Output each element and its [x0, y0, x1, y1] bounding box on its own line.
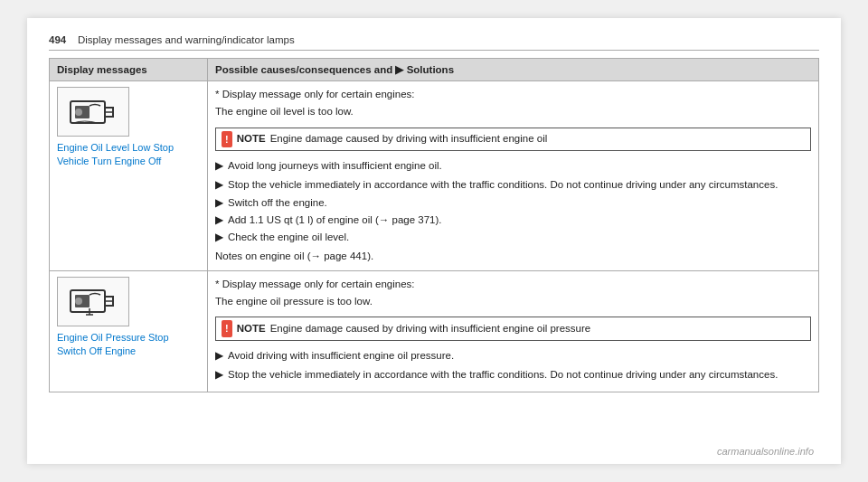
row1-message-cell: Engine Oil Level Low Stop Vehicle Turn E…	[50, 81, 208, 271]
arrow-icon: ▶	[215, 195, 223, 211]
svg-point-3	[75, 109, 82, 116]
note-icon-1: !	[222, 131, 232, 148]
arrow-icon: ▶	[215, 177, 223, 193]
page-content: 494 Display messages and warning/indicat…	[27, 18, 841, 464]
header-text: Display messages and warning/indicator l…	[78, 34, 295, 45]
row2-star-note: * Display message only for certain engin…	[215, 277, 811, 292]
col1-header: Display messages	[50, 59, 208, 81]
row2-icon-box	[57, 277, 129, 326]
row2-solutions-list: ▶ Avoid driving with insufficient engine…	[215, 348, 811, 364]
row1-solutions-cell: * Display message only for certain engin…	[208, 81, 819, 271]
main-table: Display messages Possible causes/consequ…	[49, 58, 819, 392]
sol-item: ▶ Avoid long journeys with insufficient …	[215, 158, 811, 174]
note-icon-2: !	[222, 320, 232, 337]
arrow-icon: ▶	[215, 230, 223, 245]
page-header: 494 Display messages and warning/indicat…	[49, 34, 819, 51]
row1-footer: Notes on engine oil (→ page 441).	[215, 249, 811, 264]
engine-oil-pressure-icon	[66, 283, 120, 319]
row1-note-box: ! NOTE Engine damage caused by driving w…	[215, 128, 811, 152]
row1-star-note: * Display message only for certain engin…	[215, 87, 811, 102]
sol-item: ▶ Switch off the engine.	[215, 195, 811, 211]
col2-header: Possible causes/consequences and ▶ Solut…	[208, 59, 819, 81]
table-row: Engine Oil Pressure Stop Switch Off Engi…	[50, 270, 819, 392]
row1-main-solutions: ▶ Stop the vehicle immediately in accord…	[215, 177, 811, 245]
row1-note-text: Engine damage caused by driving with ins…	[270, 131, 548, 146]
arrow-icon: ▶	[215, 213, 223, 228]
engine-oil-level-icon	[66, 94, 120, 130]
arrow-icon: ▶	[215, 158, 223, 174]
page-number: 494	[49, 34, 66, 45]
row2-message-label: Engine Oil Pressure Stop Switch Off Engi…	[57, 331, 200, 359]
row1-icon-box	[57, 87, 129, 137]
row2-condition: The engine oil pressure is too low.	[215, 294, 811, 309]
row1-condition: The engine oil level is too low.	[215, 104, 811, 119]
sol-item: ▶ Check the engine oil level.	[215, 230, 811, 245]
row2-message-cell: Engine Oil Pressure Stop Switch Off Engi…	[50, 270, 208, 392]
solutions-label: Solutions	[407, 64, 454, 75]
row2-note-box: ! NOTE Engine damage caused by driving w…	[215, 317, 811, 341]
solutions-arrow: ▶	[395, 64, 406, 75]
watermark: carmanualsonline.info	[717, 446, 814, 457]
row2-main-solutions: ▶ Stop the vehicle immediately in accord…	[215, 367, 811, 383]
sol-item: ▶ Avoid driving with insufficient engine…	[215, 348, 811, 364]
sol-item: ▶ Stop the vehicle immediately in accord…	[215, 367, 811, 383]
row1-message-label: Engine Oil Level Low Stop Vehicle Turn E…	[57, 141, 200, 169]
table-row: Engine Oil Level Low Stop Vehicle Turn E…	[50, 81, 819, 271]
arrow-icon: ▶	[215, 348, 223, 364]
sol-item: ▶ Stop the vehicle immediately in accord…	[215, 177, 811, 193]
sol-item: ▶ Add 1.1 US qt (1 l) of engine oil (→ p…	[215, 213, 811, 228]
arrow-icon: ▶	[215, 367, 223, 383]
row2-note-text: Engine damage caused by driving with ins…	[270, 321, 591, 336]
row2-solutions-cell: * Display message only for certain engin…	[208, 270, 819, 392]
row1-solutions-list: ▶ Avoid long journeys with insufficient …	[215, 158, 811, 174]
svg-point-7	[75, 298, 82, 305]
